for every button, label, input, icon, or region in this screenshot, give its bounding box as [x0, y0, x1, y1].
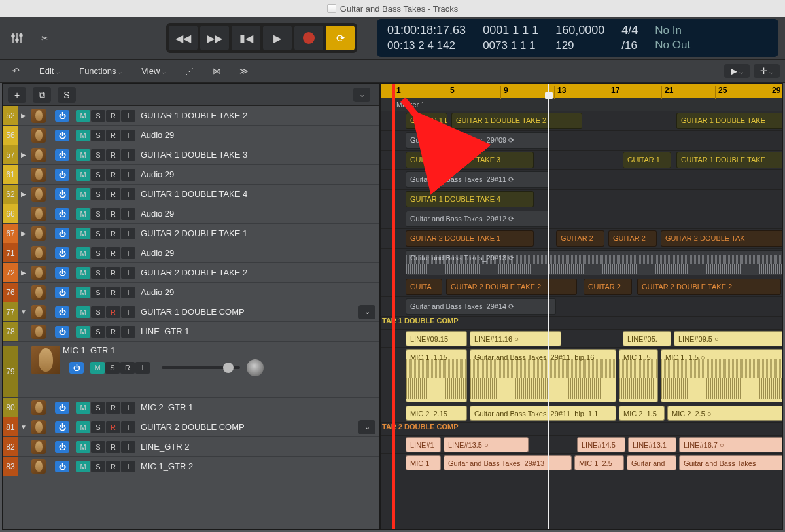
audio-region[interactable]: Guitar and Bass Takes_29#14 ⟳	[406, 298, 556, 315]
track-name[interactable]: Audio 29	[141, 169, 379, 179]
mute-button[interactable]: M	[76, 228, 90, 239]
solo-button[interactable]: S	[91, 188, 105, 200]
mute-button[interactable]: M	[76, 441, 90, 453]
pointer-tool[interactable]: ▶	[724, 64, 750, 78]
catch-playhead-icon[interactable]: ↶	[5, 61, 26, 82]
track-row[interactable]: 79MIC 1_GTR 1⏻MSRI	[3, 342, 379, 398]
record-enable-button[interactable]: R	[106, 421, 120, 433]
record-enable-button[interactable]: R	[106, 326, 120, 338]
audio-region[interactable]: MIC 1_2.5	[574, 455, 624, 470]
track-name[interactable]: LINE_GTR 1	[141, 327, 379, 336]
mute-button[interactable]: M	[76, 130, 90, 141]
view-menu[interactable]: View	[135, 64, 172, 78]
mute-button[interactable]: M	[76, 461, 90, 472]
volume-slider[interactable]	[162, 366, 240, 369]
audio-region[interactable]: Guitar and Bass Takes_29#12 ⟳	[406, 211, 550, 227]
track-name[interactable]: MIC 1_GTR 2	[141, 461, 379, 471]
solo-button[interactable]: S	[91, 402, 105, 414]
audio-region[interactable]: GUITAR 2	[584, 279, 632, 295]
audio-region[interactable]: LINE#09.5 ○	[674, 331, 782, 346]
track-name[interactable]: GUITAR 1 DOUBLE TAKE 3	[141, 150, 379, 160]
input-monitor-button[interactable]: I	[121, 287, 135, 298]
power-button[interactable]: ⏻	[55, 208, 69, 220]
input-monitor-button[interactable]: I	[121, 208, 135, 220]
solo-button[interactable]: S	[91, 326, 105, 338]
input-monitor-button[interactable]: I	[121, 110, 135, 122]
power-button[interactable]: ⏻	[55, 421, 69, 433]
track-name[interactable]: GUITAR 1 DOUBLE COMP	[141, 307, 358, 317]
mute-button[interactable]: M	[76, 188, 90, 200]
track-row[interactable]: 71⏻MSRIAudio 29	[3, 243, 379, 263]
forward-button[interactable]: ▶▶	[200, 26, 229, 50]
track-name[interactable]: GUITAR 2 DOUBLE TAKE 1	[141, 228, 379, 238]
solo-button[interactable]: S	[91, 130, 105, 141]
track-row[interactable]: 56⏻MSRIAudio 29	[3, 126, 379, 145]
record-button[interactable]	[294, 26, 323, 50]
audio-region[interactable]: LINE#14.5	[577, 437, 625, 452]
solo-button[interactable]: S	[91, 287, 105, 298]
track-name[interactable]: Audio 29	[141, 287, 379, 297]
rewind-button[interactable]: ◀◀	[169, 26, 198, 50]
mute-button[interactable]: M	[76, 110, 90, 122]
disclosure-triangle[interactable]: ▼	[18, 423, 29, 431]
record-enable-button[interactable]: R	[106, 402, 120, 414]
power-button[interactable]: ⏻	[55, 461, 69, 472]
mute-button[interactable]: M	[76, 267, 90, 279]
track-name[interactable]: MIC 1_GTR 1	[63, 346, 379, 355]
audio-region[interactable]: LINE#13.1	[628, 437, 676, 452]
audio-region[interactable]: GUITAR 2	[608, 230, 657, 247]
power-button[interactable]: ⏻	[55, 441, 69, 453]
mixer-icon[interactable]	[7, 27, 27, 48]
mute-button[interactable]: M	[76, 306, 90, 318]
scissors-icon[interactable]: ✂	[34, 27, 55, 48]
disclosure-triangle[interactable]: ▶	[18, 151, 29, 158]
track-row[interactable]: 61⏻MSRIAudio 29	[3, 165, 379, 185]
audio-region[interactable]: Guitar and Bass Takes_29#11_bip.16	[470, 349, 616, 402]
track-row[interactable]: 62▶⏻MSRIGUITAR 1 DOUBLE TAKE 4	[3, 185, 379, 204]
audio-region[interactable]: MIC 1_1.15	[406, 349, 467, 402]
track-row[interactable]: 72▶⏻MSRIGUITAR 2 DOUBLE TAKE 2	[3, 263, 379, 283]
solo-button[interactable]: S	[91, 228, 105, 239]
track-row[interactable]: 76⏻MSRIAudio 29	[3, 283, 379, 302]
solo-button[interactable]: S	[91, 421, 105, 433]
power-button[interactable]: ⏻	[55, 169, 69, 181]
track-row[interactable]: 66⏻MSRIAudio 29	[3, 204, 379, 224]
audio-region[interactable]: GUITAR 1 DOUBLE TAKE	[676, 113, 782, 129]
track-name[interactable]: GUITAR 1 DOUBLE TAKE 4	[141, 189, 379, 199]
track-row[interactable]: 78⏻MSRILINE_GTR 1	[3, 322, 379, 342]
power-button[interactable]: ⏻	[55, 326, 69, 338]
track-name[interactable]: Audio 29	[141, 248, 379, 258]
record-enable-button[interactable]: R	[106, 228, 120, 239]
track-name[interactable]: GUITAR 2 DOUBLE COMP	[141, 422, 358, 432]
input-monitor-button[interactable]: I	[121, 267, 135, 279]
track-row[interactable]: 81▼⏻MSRIGUITAR 2 DOUBLE COMP⌄	[3, 417, 379, 437]
solo-button[interactable]: S	[91, 169, 105, 181]
audio-region[interactable]: MIC 1_	[406, 455, 441, 470]
track-row[interactable]: 77▼⏻MSRIGUITAR 1 DOUBLE COMP⌄	[3, 302, 379, 322]
record-enable-button[interactable]: R	[120, 362, 135, 374]
mute-button[interactable]: M	[76, 402, 90, 414]
track-name[interactable]: Audio 29	[141, 209, 379, 219]
track-row[interactable]: 82⏻MSRILINE_GTR 2	[3, 437, 379, 457]
take-folder-menu[interactable]: ⌄	[358, 420, 375, 434]
solo-button[interactable]: S	[91, 110, 105, 122]
track-name[interactable]: GUITAR 2 DOUBLE TAKE 2	[141, 268, 379, 277]
power-button[interactable]: ⏻	[55, 287, 69, 298]
record-enable-button[interactable]: R	[106, 306, 120, 318]
record-enable-button[interactable]: R	[106, 130, 120, 141]
audio-region[interactable]: Guitar and	[627, 455, 676, 470]
input-monitor-button[interactable]: I	[121, 247, 135, 259]
flex-icon[interactable]: ⋈	[206, 61, 227, 82]
power-button[interactable]: ⏻	[55, 402, 69, 414]
duplicate-track-button[interactable]: ⧉	[33, 87, 51, 103]
input-monitor-button[interactable]: I	[121, 130, 135, 141]
audio-region[interactable]: GUITAR 1 DOUBLE TAKE 2	[451, 113, 582, 129]
record-enable-button[interactable]: R	[106, 267, 120, 279]
input-monitor-button[interactable]: I	[121, 461, 135, 472]
audio-region[interactable]: GUITAR 2 DOUBLE TAKE 1	[406, 230, 534, 247]
input-monitor-button[interactable]: I	[121, 188, 135, 200]
power-button[interactable]: ⏻	[55, 306, 69, 318]
solo-button[interactable]: S	[91, 461, 105, 472]
track-row[interactable]: 57▶⏻MSRIGUITAR 1 DOUBLE TAKE 3	[3, 145, 379, 165]
solo-button[interactable]: S	[91, 149, 105, 161]
